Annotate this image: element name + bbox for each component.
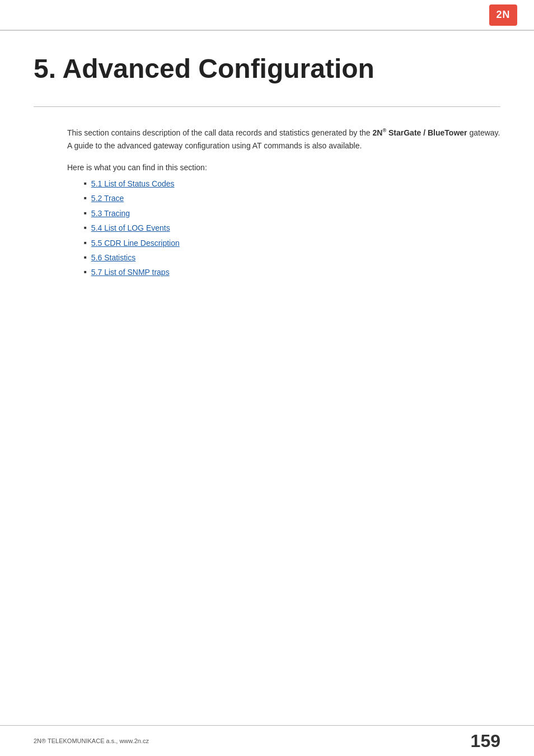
toc-link-6[interactable]: 5.6 Statistics — [91, 251, 135, 264]
toc-item-1: 5.1 List of Status Codes — [84, 178, 500, 190]
brand-name: 2N® StarGate / BlueTower — [373, 128, 467, 137]
toc-item-3: 5.3 Tracing — [84, 207, 500, 220]
toc-link-3[interactable]: 5.3 Tracing — [91, 207, 130, 220]
toc-item-5: 5.5 CDR Line Description — [84, 237, 500, 249]
product-name: StarGate / BlueTower — [386, 128, 467, 137]
toc-item-2: 5.2 Trace — [84, 192, 500, 204]
logo-text: 2N — [496, 9, 510, 21]
brand-name-text: 2N — [373, 128, 383, 137]
intro-text-part1: This section contains description of the… — [67, 128, 373, 137]
top-bar: 2N — [0, 0, 534, 31]
footer-left-text: 2N® TELEKOMUNIKACE a.s., www.2n.cz — [34, 738, 149, 744]
chapter-title: 5. Advanced Configuration — [34, 53, 500, 84]
page-container: 2N 5. Advanced Configuration This sectio… — [0, 0, 534, 756]
toc-item-7: 5.7 List of SNMP traps — [84, 266, 500, 278]
list-heading: Here is what you can find in this sectio… — [67, 163, 500, 172]
section-divider — [34, 106, 500, 107]
footer: 2N® TELEKOMUNIKACE a.s., www.2n.cz 159 — [0, 725, 534, 756]
toc-link-4[interactable]: 5.4 List of LOG Events — [91, 222, 170, 234]
toc-item-4: 5.4 List of LOG Events — [84, 222, 500, 234]
page-number: 159 — [471, 731, 500, 752]
toc-link-2[interactable]: 5.2 Trace — [91, 192, 124, 204]
toc-link-1[interactable]: 5.1 List of Status Codes — [91, 178, 175, 190]
toc-link-7[interactable]: 5.7 List of SNMP traps — [91, 266, 170, 278]
toc-list: 5.1 List of Status Codes5.2 Trace5.3 Tra… — [84, 178, 500, 279]
main-content: 5. Advanced Configuration This section c… — [0, 31, 534, 725]
toc-link-5[interactable]: 5.5 CDR Line Description — [91, 237, 180, 249]
logo: 2N — [489, 4, 517, 26]
intro-paragraph: This section contains description of the… — [67, 127, 500, 152]
toc-item-6: 5.6 Statistics — [84, 251, 500, 264]
